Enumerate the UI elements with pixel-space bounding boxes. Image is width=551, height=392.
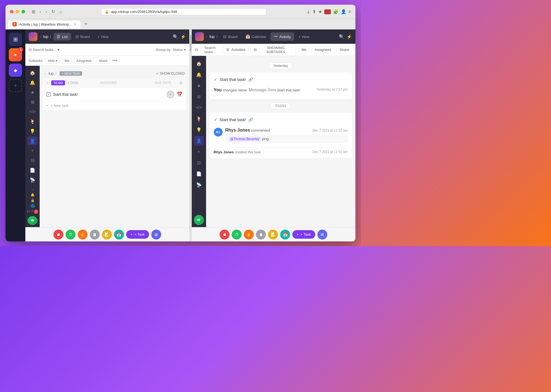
left-info-icon[interactable]: ℹ: [50, 34, 51, 39]
left-search-btn[interactable]: 🔍: [173, 34, 178, 39]
right-nav-document-icon[interactable]: 📄: [194, 169, 204, 179]
right-nav-home-icon[interactable]: 🏠: [194, 59, 204, 69]
right-nav-star-icon[interactable]: ★: [194, 81, 204, 91]
share-icon[interactable]: ⬆: [312, 9, 316, 14]
nav-document-icon[interactable]: 📄: [28, 166, 37, 174]
right-nav-lightbulb-icon[interactable]: 💡: [194, 125, 204, 135]
sidebar-bell-icon[interactable]: 🔔: [31, 193, 35, 197]
left-filter-btn[interactable]: ⊟ Search tasks... ▾: [29, 48, 60, 52]
nav-signal-icon[interactable]: 📡: [28, 176, 37, 184]
sidebar-question-icon[interactable]: ?: [31, 209, 33, 214]
right-search-btn[interactable]: 🔍: [339, 34, 344, 39]
nav-bell-icon[interactable]: 🔔: [28, 78, 37, 87]
sidebar-toggle-btn[interactable]: ⊞: [31, 9, 36, 15]
show-closed-btn[interactable]: ✓ SHOW CLOSED: [156, 72, 185, 75]
right-nav-grid-icon[interactable]: ⊞: [194, 92, 204, 102]
sidebar-collapse-icon[interactable]: ⌄: [31, 187, 34, 191]
right-add-task-btn[interactable]: + + Task: [292, 230, 315, 239]
tab-close-icon[interactable]: ×: [74, 22, 76, 26]
status-collapse-icon[interactable]: ○: [46, 80, 49, 85]
left-clipboard-btn[interactable]: 📋: [90, 230, 100, 239]
left-assignees-btn[interactable]: Assignees: [74, 58, 94, 64]
activity-task-name-1[interactable]: Start that task!: [220, 77, 246, 82]
sidebar-tag-icon[interactable]: 🏷: [27, 209, 30, 214]
close-button[interactable]: [10, 10, 13, 13]
right-tab-board[interactable]: ⊟ Board: [220, 33, 241, 40]
new-tab-button[interactable]: +: [82, 20, 90, 28]
new-task-inline-btn[interactable]: + NEW TASK: [60, 71, 82, 76]
nav-code-icon[interactable]: </>: [28, 107, 37, 116]
task-assignee-btn[interactable]: +: [167, 91, 174, 98]
left-bolt-btn[interactable]: ⚡: [180, 34, 186, 39]
download-icon[interactable]: ⤓: [307, 9, 310, 14]
left-user-avatar[interactable]: W: [28, 216, 37, 225]
right-timer-btn[interactable]: ⏱: [232, 230, 242, 239]
nav-grid-icon[interactable]: ⊞: [28, 98, 37, 106]
nav-star-icon[interactable]: ★: [28, 88, 37, 97]
app-icon-grid[interactable]: ⊞: [9, 33, 22, 46]
right-note-btn[interactable]: 📝: [268, 230, 278, 239]
right-nav-signal-icon[interactable]: 📡: [194, 180, 204, 190]
right-nav-bell-icon[interactable]: 🔔: [194, 70, 204, 80]
scrollbar-handle[interactable]: [190, 35, 191, 51]
nav-layout-icon[interactable]: ⊟: [28, 156, 37, 165]
right-info-icon[interactable]: ℹ: [216, 34, 218, 39]
app-icon-clickup-2[interactable]: ◆: [9, 64, 22, 77]
left-record-btn[interactable]: ⏺: [53, 230, 63, 239]
add-app-button[interactable]: +: [9, 79, 22, 92]
left-add-task-btn[interactable]: + + Task: [126, 230, 149, 239]
nav-lightbulb-icon[interactable]: 💡: [28, 127, 37, 135]
nav-cocktail-icon[interactable]: 🍹: [28, 117, 37, 126]
add-column-icon[interactable]: ⊕: [179, 80, 183, 85]
right-record-btn[interactable]: ⏺: [220, 230, 229, 239]
left-grid-btn[interactable]: ⊞: [151, 230, 161, 239]
right-me-btn[interactable]: Me: [298, 46, 309, 53]
left-hand-btn[interactable]: ✋: [78, 230, 88, 239]
right-share-btn[interactable]: Share: [336, 46, 352, 53]
right-nav-plus-icon[interactable]: +: [194, 147, 204, 157]
activities-tab-btn[interactable]: ☰ Activities: [223, 46, 248, 54]
right-bolt-btn[interactable]: ⚡: [347, 34, 352, 39]
puzzle-icon[interactable]: 🧩: [333, 9, 339, 14]
panel-divider[interactable]: [190, 29, 192, 241]
right-nav-cocktail-icon[interactable]: 🍹: [194, 114, 204, 124]
activity-task-name-2[interactable]: Start that task!: [220, 117, 246, 122]
right-tab-activity[interactable]: 〜 Activity: [271, 32, 294, 41]
showing-subtasks-btn[interactable]: ⊟ SHOWING SUBTASKS: [251, 44, 296, 56]
nav-plus-icon[interactable]: +: [28, 146, 37, 155]
left-panel-back-btn[interactable]: ›: [40, 34, 41, 39]
nav-home-icon[interactable]: 🏠: [28, 69, 37, 77]
right-hand-btn[interactable]: ✋: [244, 230, 254, 239]
back-btn[interactable]: ‹: [39, 9, 42, 15]
left-list-info-icon[interactable]: ℹ: [55, 72, 57, 75]
right-nav-layout-icon[interactable]: ⊟: [194, 158, 204, 168]
home-btn[interactable]: ⌂: [58, 9, 63, 15]
reload-btn[interactable]: ↻: [50, 9, 56, 15]
menu-icon[interactable]: ≡: [349, 9, 351, 14]
right-clipboard-btn[interactable]: 📋: [256, 230, 266, 239]
sidebar-lock-icon[interactable]: 🔒: [31, 198, 35, 202]
left-share-btn[interactable]: Share: [96, 58, 110, 64]
bookmark-icon[interactable]: ★: [318, 9, 322, 14]
group-by-control[interactable]: Group by: Status ▾: [156, 48, 186, 52]
right-assignees-btn[interactable]: Assignees: [312, 46, 334, 53]
maximize-button[interactable]: [21, 10, 25, 13]
minimize-button[interactable]: [16, 10, 19, 13]
active-tab[interactable]: C Activity | lup | Wavebox Worksp... ×: [8, 20, 81, 28]
left-tab-list[interactable]: ☰ List: [53, 33, 71, 40]
left-tab-board[interactable]: ⊟ Board: [72, 33, 93, 40]
user-icon[interactable]: 👤: [341, 9, 346, 14]
task-name-text[interactable]: Start that task!: [53, 92, 164, 97]
left-timer-btn[interactable]: ⏱: [66, 230, 75, 239]
nav-person-icon[interactable]: 👤: [28, 137, 37, 145]
right-user-avatar[interactable]: W: [194, 215, 204, 225]
activity-link-icon-1[interactable]: 🔗: [248, 77, 253, 82]
left-me-btn[interactable]: Me: [62, 58, 72, 64]
extension-icon-1[interactable]: [324, 9, 331, 14]
left-tab-view-add[interactable]: + View: [94, 33, 112, 40]
left-calendar-btn[interactable]: 📅: [114, 230, 124, 239]
right-panel-back-btn[interactable]: ›: [206, 34, 207, 39]
right-nav-person-icon[interactable]: 👤: [194, 136, 204, 146]
task-checkbox[interactable]: ✓: [46, 92, 51, 97]
right-tab-view-add[interactable]: + View: [295, 33, 313, 40]
